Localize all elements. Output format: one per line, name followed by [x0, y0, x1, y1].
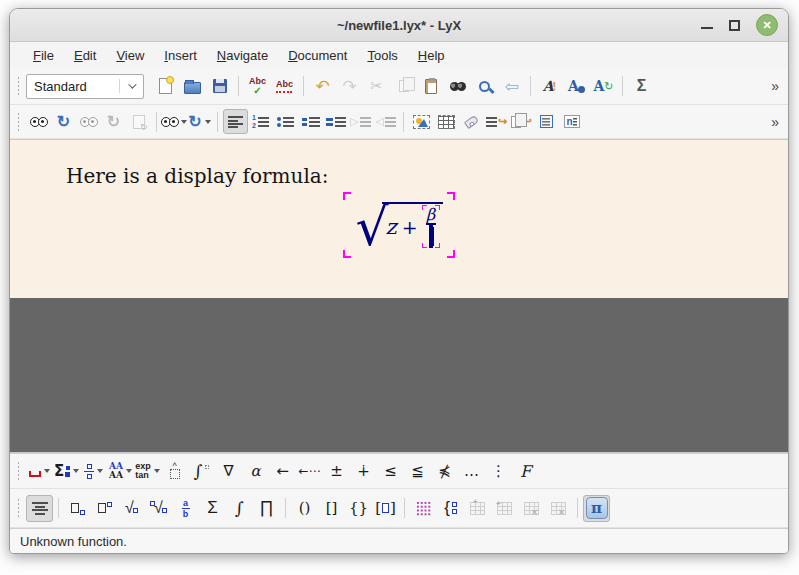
combo-dropdown-icon[interactable]: [119, 79, 136, 93]
toolbar-drag-handle[interactable]: [16, 112, 21, 132]
redo-button[interactable]: ↷: [336, 73, 363, 100]
close-icon[interactable]: [756, 14, 778, 36]
view-other-formats-button[interactable]: [162, 109, 187, 134]
update-button[interactable]: ↻: [51, 109, 76, 134]
arrows-button[interactable]: ←: [269, 458, 296, 485]
find-replace-button[interactable]: [471, 73, 498, 100]
misc-symbols-button[interactable]: ∇: [215, 458, 242, 485]
nth-root-button[interactable]: √: [145, 495, 172, 522]
toolbar-overflow-button[interactable]: »: [768, 114, 782, 130]
view-master-button[interactable]: [76, 109, 101, 134]
greek-letters-button[interactable]: α: [242, 458, 269, 485]
big-operator-integral-button[interactable]: ∫: [188, 458, 215, 485]
math-font-button[interactable]: AAAA: [107, 458, 134, 485]
parentheses-button[interactable]: (): [291, 495, 318, 522]
big-operators-button[interactable]: Σ: [53, 458, 80, 485]
layout-description-button[interactable]: [323, 109, 348, 134]
brackets-button[interactable]: []: [318, 495, 345, 522]
update-other-formats-button[interactable]: ↻: [187, 109, 212, 134]
insert-table-button[interactable]: [434, 109, 459, 134]
math-panel-toggle[interactable]: π: [583, 495, 610, 522]
empty-math-box[interactable]: [429, 225, 433, 248]
math-macro-button[interactable]: F: [512, 458, 539, 485]
sum-button[interactable]: Σ: [199, 495, 226, 522]
new-document-button[interactable]: [152, 73, 179, 100]
save-document-button[interactable]: [206, 73, 233, 100]
open-document-button[interactable]: [179, 73, 206, 100]
display-formula-toggle[interactable]: [26, 495, 53, 522]
toolbar-overflow-button[interactable]: »: [768, 78, 782, 94]
relations-button[interactable]: ≤: [377, 458, 404, 485]
paragraph-text[interactable]: Here is a display formula:: [66, 164, 328, 188]
insert-math-button[interactable]: Σ: [628, 73, 655, 100]
binary-operators-button[interactable]: ±: [323, 458, 350, 485]
work-area[interactable]: Here is a display formula: √ z +: [10, 139, 788, 453]
insert-matrix-button[interactable]: [410, 495, 437, 522]
apply-last-style-button[interactable]: A ↻: [590, 73, 617, 100]
insert-cases-button[interactable]: {: [437, 495, 464, 522]
undo-button[interactable]: ↶: [309, 73, 336, 100]
ams-negative-relations-button[interactable]: ⋠: [431, 458, 458, 485]
subscript-button[interactable]: [64, 495, 91, 522]
math-spacing-button[interactable]: [26, 458, 53, 485]
view-source-button[interactable]: [126, 109, 151, 134]
delete-column-button[interactable]: [545, 495, 572, 522]
math-functions-button[interactable]: exptan: [134, 458, 161, 485]
navigate-back-button[interactable]: ⇦: [498, 73, 525, 100]
product-button[interactable]: ∏: [253, 495, 280, 522]
paragraph-style-combo[interactable]: Standard: [26, 74, 144, 99]
toolbar-drag-handle[interactable]: [16, 76, 21, 96]
menu-edit[interactable]: Edit: [65, 45, 105, 66]
menu-tools[interactable]: Tools: [358, 45, 406, 66]
long-arrows-button[interactable]: ←⋯: [296, 458, 323, 485]
layout-list-button[interactable]: [298, 109, 323, 134]
maximize-icon[interactable]: [729, 20, 740, 31]
delete-row-button[interactable]: [518, 495, 545, 522]
layout-standard-button[interactable]: [223, 109, 248, 134]
fraction-menu-button[interactable]: [80, 458, 107, 485]
menu-navigate[interactable]: Navigate: [208, 45, 277, 66]
layout-enumerate-button[interactable]: 12: [248, 109, 273, 134]
document-page[interactable]: Here is a display formula: √ z +: [10, 140, 788, 298]
insert-index-entry-button[interactable]: [534, 109, 559, 134]
dots-button[interactable]: …: [458, 458, 485, 485]
insert-graphics-button[interactable]: [409, 109, 434, 134]
toolbar-drag-handle[interactable]: [16, 498, 21, 518]
vertical-dots-button[interactable]: ⋮: [485, 458, 512, 485]
ams-relations-button[interactable]: ≦: [404, 458, 431, 485]
cut-button[interactable]: ✂: [363, 73, 390, 100]
check-spelling-button[interactable]: Abc✓: [244, 73, 271, 100]
update-master-button[interactable]: ↻: [101, 109, 126, 134]
dot-plus-button[interactable]: ∔: [350, 458, 377, 485]
titlebar[interactable]: ~/newfile1.lyx* - LyX: [10, 9, 788, 42]
sqrt-button[interactable]: √: [118, 495, 145, 522]
find-button[interactable]: [444, 73, 471, 100]
insert-label-button[interactable]: [459, 109, 484, 134]
superscript-button[interactable]: [91, 495, 118, 522]
integral-button[interactable]: ∫: [226, 495, 253, 522]
frame-decoration-button[interactable]: ^: [161, 458, 188, 485]
toggle-emphasis-button[interactable]: A !: [536, 73, 563, 100]
menu-document[interactable]: Document: [279, 45, 356, 66]
menu-file[interactable]: File: [24, 45, 63, 66]
insert-nomenclature-button[interactable]: n: [559, 109, 584, 134]
decrease-depth-button[interactable]: ◁: [373, 109, 398, 134]
insert-cross-reference-button[interactable]: ↪: [484, 109, 509, 134]
math-inset[interactable]: √ z + β: [343, 192, 454, 258]
spellcheck-continuously-button[interactable]: Abc: [271, 73, 298, 100]
copy-button[interactable]: [390, 73, 417, 100]
view-button[interactable]: [26, 109, 51, 134]
toolbar-drag-handle[interactable]: [16, 461, 21, 481]
menu-help[interactable]: Help: [409, 45, 454, 66]
add-column-button[interactable]: [491, 495, 518, 522]
braces-button[interactable]: {}: [345, 495, 372, 522]
increase-depth-button[interactable]: ▷: [348, 109, 373, 134]
layout-itemize-button[interactable]: [273, 109, 298, 134]
toggle-noun-button[interactable]: A: [563, 73, 590, 100]
menu-insert[interactable]: Insert: [155, 45, 206, 66]
fraction-button[interactable]: ab: [172, 495, 199, 522]
minimize-icon[interactable]: [701, 19, 713, 31]
delimiters-button[interactable]: [ ]: [372, 495, 399, 522]
paste-button[interactable]: [417, 73, 444, 100]
menu-view[interactable]: View: [107, 45, 153, 66]
